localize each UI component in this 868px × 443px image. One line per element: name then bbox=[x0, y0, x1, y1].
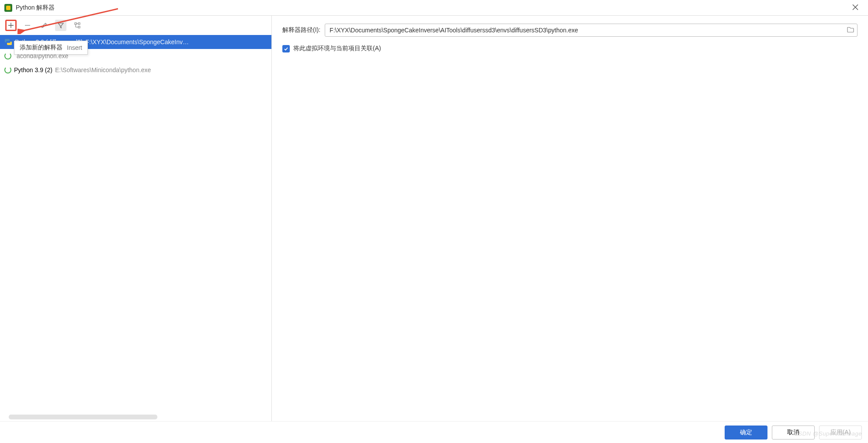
title-bar: Python 解释器 bbox=[0, 0, 868, 16]
filter-button[interactable] bbox=[55, 20, 66, 31]
plus-icon bbox=[8, 22, 14, 28]
associate-checkbox[interactable] bbox=[282, 45, 290, 52]
add-interpreter-tooltip: 添加新的解释器 Insert bbox=[14, 41, 88, 55]
interpreter-item[interactable]: Python 3.9 (2) E:\Softwares\Miniconda\py… bbox=[0, 63, 271, 77]
browse-button[interactable] bbox=[847, 27, 854, 34]
tree-icon bbox=[74, 22, 80, 28]
folder-icon bbox=[847, 27, 854, 33]
content-area: Python 3.9 (diffuserssd3) F:\XYX\Documen… bbox=[0, 16, 868, 421]
filter-icon bbox=[58, 22, 64, 28]
interpreter-list[interactable]: Python 3.9 (diffuserssd3) F:\XYX\Documen… bbox=[0, 35, 271, 421]
tooltip-text: 添加新的解释器 bbox=[20, 44, 62, 52]
interpreter-path-input[interactable] bbox=[325, 24, 858, 37]
window-title: Python 解释器 bbox=[16, 4, 55, 12]
horizontal-scrollbar[interactable] bbox=[9, 415, 157, 419]
dialog-button-bar: 确定 取消 应用(A) bbox=[0, 421, 868, 443]
list-toolbar bbox=[0, 16, 271, 35]
tree-view-button[interactable] bbox=[72, 20, 83, 31]
check-icon bbox=[284, 46, 288, 51]
app-icon bbox=[4, 4, 12, 12]
edit-interpreter-button[interactable] bbox=[38, 20, 50, 31]
add-interpreter-button[interactable] bbox=[5, 20, 17, 31]
svg-rect-4 bbox=[78, 26, 80, 28]
ok-button[interactable]: 确定 bbox=[725, 426, 767, 440]
path-label: 解释器路径(I): bbox=[282, 26, 320, 34]
loading-icon bbox=[4, 52, 11, 59]
associate-checkbox-label: 将此虚拟环境与当前项目关联(A) bbox=[293, 45, 381, 52]
tooltip-shortcut: Insert bbox=[67, 44, 82, 51]
apply-button[interactable]: 应用(A) bbox=[819, 426, 862, 440]
path-input-wrapper bbox=[325, 24, 858, 37]
close-button[interactable] bbox=[848, 1, 863, 14]
pencil-icon bbox=[41, 22, 47, 28]
loading-icon bbox=[4, 66, 11, 73]
interpreter-details-pane: 解释器路径(I): 将此虚拟环境与当前项目关联(A) bbox=[272, 16, 868, 421]
remove-interpreter-button[interactable] bbox=[22, 20, 33, 31]
interpreter-name: Python 3.9 (2) bbox=[14, 66, 52, 73]
interpreter-list-pane: Python 3.9 (diffuserssd3) F:\XYX\Documen… bbox=[0, 16, 272, 421]
svg-rect-2 bbox=[75, 23, 76, 24]
python-icon bbox=[4, 38, 12, 46]
close-icon bbox=[852, 4, 858, 10]
interpreter-path: E:\Softwares\Miniconda\python.exe bbox=[55, 66, 151, 73]
cancel-button[interactable]: 取消 bbox=[772, 426, 815, 440]
path-row: 解释器路径(I): bbox=[282, 24, 858, 37]
svg-rect-3 bbox=[78, 23, 80, 24]
minus-icon bbox=[24, 22, 31, 28]
associate-checkbox-row: 将此虚拟环境与当前项目关联(A) bbox=[282, 45, 858, 52]
interpreter-path: F:\XYX\Documents\SpongeCakeInv… bbox=[85, 38, 189, 45]
